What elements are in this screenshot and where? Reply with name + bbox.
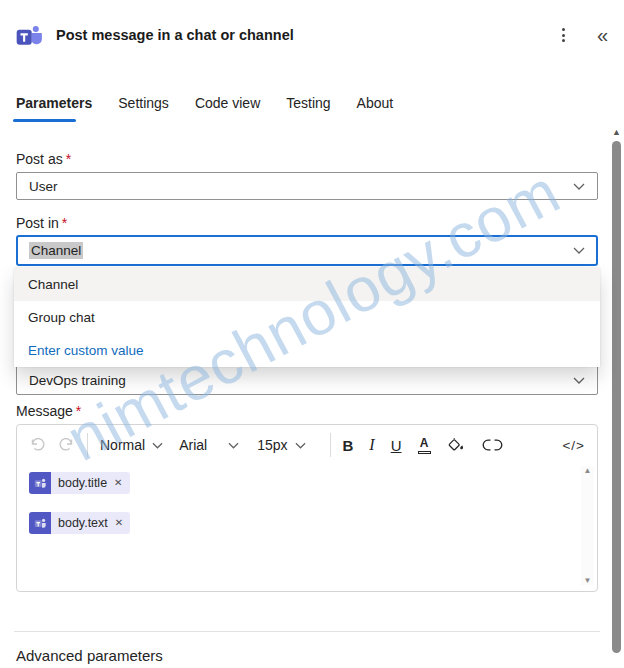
link-icon — [482, 439, 503, 451]
post-in-value: Channel — [29, 242, 83, 259]
chevron-down-icon — [152, 442, 163, 449]
panel-scrollbar[interactable]: ▲ — [610, 125, 623, 668]
toolbar-divider — [87, 433, 88, 457]
scrollbar-thumb[interactable] — [612, 141, 621, 653]
required-asterisk: * — [76, 403, 81, 419]
post-in-options-list: Channel Group chat Enter custom value — [14, 268, 600, 367]
token-remove-button[interactable]: ✕ — [113, 512, 130, 534]
message-rich-text-editor: Normal Arial 15px B I U A — [16, 424, 598, 592]
action-panel: Post message in a chat or channel « Para… — [0, 0, 624, 668]
chevron-down-icon — [228, 442, 239, 449]
font-color-button[interactable]: A — [418, 437, 431, 454]
post-as-value: User — [29, 179, 58, 194]
font-size-dropdown[interactable]: 15px — [257, 437, 305, 453]
option-enter-custom-value[interactable]: Enter custom value — [14, 334, 600, 367]
chevron-down-icon — [573, 183, 585, 190]
message-label: Message* — [16, 403, 81, 419]
paint-bucket-icon — [447, 437, 466, 453]
chevron-down-icon — [295, 442, 306, 449]
highlight-color-button[interactable] — [447, 437, 466, 453]
undo-button[interactable] — [29, 438, 46, 453]
post-as-dropdown[interactable]: User — [16, 172, 598, 200]
teams-icon — [29, 472, 51, 494]
header-actions: « — [556, 24, 610, 46]
option-group-chat[interactable]: Group chat — [14, 301, 600, 334]
paragraph-style-dropdown[interactable]: Normal — [100, 437, 163, 453]
tab-code-view[interactable]: Code view — [195, 95, 260, 122]
italic-button[interactable]: I — [369, 437, 374, 453]
option-channel[interactable]: Channel — [14, 268, 600, 301]
toolbar-divider — [330, 433, 331, 457]
section-divider — [14, 631, 600, 632]
chevron-down-icon — [573, 377, 585, 384]
token-remove-button[interactable]: ✕ — [112, 472, 129, 494]
token-label: body.text — [51, 512, 113, 534]
post-in-combobox[interactable]: Channel — [16, 235, 598, 266]
editor-toolbar: Normal Arial 15px B I U A — [17, 425, 597, 465]
undo-icon — [29, 438, 46, 453]
tab-parameters[interactable]: Parameters — [16, 95, 92, 122]
more-options-button[interactable] — [556, 24, 571, 46]
tab-settings[interactable]: Settings — [118, 95, 169, 122]
teams-icon — [29, 512, 51, 534]
channel-dropdown[interactable]: DevOps training — [16, 365, 598, 395]
tab-bar: Parameters Settings Code view Testing Ab… — [16, 95, 393, 122]
token-pill-body-title[interactable]: body.title ✕ — [29, 472, 130, 494]
editor-scrollbar[interactable]: ▲ ▼ — [581, 466, 594, 585]
bold-button[interactable]: B — [343, 438, 354, 453]
post-in-label: Post in* — [16, 215, 67, 231]
token-pill-body-text[interactable]: body.text ✕ — [29, 512, 130, 534]
panel-header: Post message in a chat or channel « — [16, 20, 610, 50]
redo-button[interactable] — [58, 438, 75, 453]
tab-about[interactable]: About — [357, 95, 394, 122]
scroll-up-icon: ▲ — [610, 125, 623, 139]
message-input-area[interactable]: body.title ✕ body.text ✕ — [17, 465, 597, 591]
channel-value: DevOps training — [29, 373, 126, 388]
advanced-parameters-label: Advanced parameters — [16, 647, 163, 664]
insert-link-button[interactable] — [482, 439, 503, 451]
chevron-down-icon — [573, 247, 585, 254]
font-family-dropdown[interactable]: Arial — [179, 437, 239, 453]
underline-button[interactable]: U — [391, 438, 402, 453]
required-asterisk: * — [62, 215, 67, 231]
post-as-label: Post as* — [16, 151, 71, 167]
redo-icon — [58, 438, 75, 453]
required-asterisk: * — [66, 151, 71, 167]
teams-icon — [16, 22, 43, 49]
font-color-bar-icon — [418, 451, 431, 454]
scroll-down-icon: ▼ — [584, 576, 592, 585]
page-title: Post message in a chat or channel — [56, 27, 294, 43]
token-label: body.title — [51, 472, 112, 494]
tab-testing[interactable]: Testing — [286, 95, 330, 122]
collapse-panel-button[interactable]: « — [595, 25, 610, 45]
scroll-up-icon: ▲ — [584, 466, 592, 475]
kebab-icon — [562, 28, 565, 31]
code-view-button[interactable]: </> — [562, 438, 585, 453]
